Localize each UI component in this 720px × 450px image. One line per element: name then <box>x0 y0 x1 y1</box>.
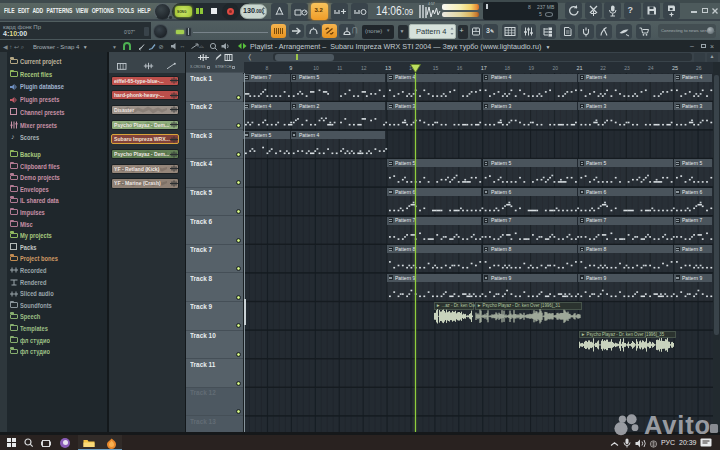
svg-text:Avito: Avito <box>644 411 710 438</box>
